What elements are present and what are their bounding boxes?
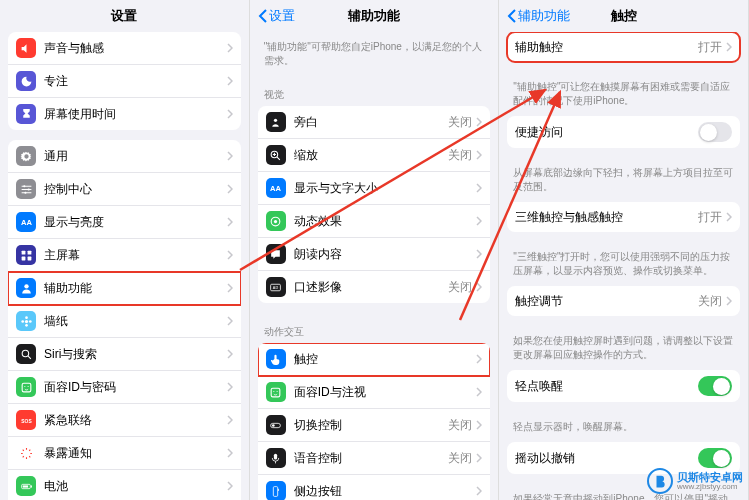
svg-rect-36 (274, 486, 278, 496)
sliders-icon (16, 179, 36, 199)
svg-rect-15 (22, 383, 31, 392)
chevron-right-icon (476, 416, 482, 434)
svg-rect-5 (27, 250, 31, 254)
list-item[interactable]: 声音与触感 (8, 32, 241, 65)
chevron-right-icon (227, 444, 233, 462)
row-label: Siri与搜索 (44, 346, 227, 363)
svg-point-31 (274, 390, 275, 391)
page-title: 触控 (611, 7, 637, 25)
gear-icon (16, 146, 36, 166)
chevron-right-icon (726, 38, 732, 56)
row-label: 暴露通知 (44, 445, 227, 462)
svg-point-16 (24, 385, 25, 386)
faceid-icon (16, 377, 36, 397)
chevron-right-icon (227, 39, 233, 57)
row-label: 紧急联络 (44, 412, 227, 429)
row-label: 电池 (44, 478, 227, 495)
header: 设置 辅助功能 (250, 0, 499, 32)
row-value: 关闭 (698, 293, 722, 310)
mic-icon (266, 448, 286, 468)
svg-line-41 (460, 92, 560, 320)
page-title: 辅助功能 (348, 7, 400, 25)
list-item[interactable]: 切换控制关闭 (258, 409, 491, 442)
page-title: 设置 (111, 7, 137, 25)
svg-rect-21 (22, 485, 27, 487)
person-icon (16, 278, 36, 298)
svg-point-10 (25, 316, 28, 319)
svg-point-19 (23, 450, 28, 455)
row-label: 声音与触感 (44, 40, 227, 57)
header: 设置 (0, 0, 249, 32)
search-icon (16, 344, 36, 364)
chevron-right-icon (726, 292, 732, 310)
svg-point-14 (22, 350, 29, 357)
svg-rect-35 (274, 453, 277, 459)
row-value: 打开 (698, 39, 722, 56)
list-item[interactable]: 辅助触控打开 (507, 32, 740, 62)
svg-text:AA: AA (21, 218, 32, 227)
svg-rect-4 (21, 250, 25, 254)
chevron-right-icon (227, 477, 233, 495)
intro-text: "辅助功能"可帮助您自定iPhone，以满足您的个人需求。 (258, 32, 491, 76)
svg-point-1 (27, 188, 29, 190)
svg-rect-37 (278, 488, 279, 490)
back-button[interactable]: 设置 (258, 7, 295, 25)
watermark: 贝斯特安卓网www.zjbstyy.com (647, 468, 743, 494)
row-label: 切换控制 (294, 417, 449, 434)
list-item[interactable]: 电池 (8, 470, 241, 500)
row-label: 摇动以撤销 (515, 450, 698, 467)
list-item[interactable]: 暴露通知 (8, 437, 241, 470)
list-item[interactable]: 面容ID与密码 (8, 371, 241, 404)
svg-point-2 (24, 191, 26, 193)
toggle-switch[interactable] (698, 448, 732, 468)
chevron-right-icon (476, 482, 482, 500)
row-label: 辅助触控 (515, 39, 698, 56)
annotation-arrow-2 (300, 80, 600, 330)
list-item[interactable]: 侧边按钮 (258, 475, 491, 500)
hourglass-icon (16, 104, 36, 124)
grid-icon (16, 245, 36, 265)
row-value: 关闭 (448, 450, 472, 467)
svg-point-11 (25, 323, 28, 326)
side-icon (266, 481, 286, 500)
svg-point-9 (24, 319, 27, 322)
list-item[interactable]: Siri与搜索 (8, 338, 241, 371)
list-item[interactable]: 触控 (258, 343, 491, 376)
chevron-right-icon (227, 345, 233, 363)
list-item[interactable]: SOS紧急联络 (8, 404, 241, 437)
svg-rect-30 (271, 388, 280, 397)
chevron-right-icon (227, 411, 233, 429)
list-item[interactable]: 面容ID与注视 (258, 376, 491, 409)
list-item[interactable]: 轻点唤醒 (507, 370, 740, 402)
switch-icon (266, 415, 286, 435)
aa-icon: AA (16, 212, 36, 232)
svg-point-12 (21, 320, 24, 323)
row-label: 触控 (294, 351, 477, 368)
svg-rect-7 (27, 256, 31, 260)
speaker-icon (16, 38, 36, 58)
toggle-switch[interactable] (698, 376, 732, 396)
row-label: 面容ID与注视 (294, 384, 477, 401)
row-value: 关闭 (448, 417, 472, 434)
svg-rect-22 (30, 485, 31, 487)
row-label: 侧边按钮 (294, 483, 477, 500)
watermark-logo-icon (647, 468, 673, 494)
toggle-switch[interactable] (698, 122, 732, 142)
svg-rect-6 (21, 256, 25, 260)
sos-icon: SOS (16, 410, 36, 430)
svg-point-8 (24, 284, 28, 288)
svg-point-34 (272, 424, 275, 427)
description-text: 如果您在使用触控屏时遇到问题，请调整以下设置更改屏幕回应触控操作的方式。 (507, 326, 740, 370)
faceid-icon (266, 382, 286, 402)
svg-point-13 (28, 320, 31, 323)
battery-icon (16, 476, 36, 496)
header: 辅助功能 触控 (499, 0, 748, 32)
chevron-right-icon (476, 383, 482, 401)
row-value: 打开 (698, 209, 722, 226)
list-item[interactable]: 语音控制关闭 (258, 442, 491, 475)
row-label: 轻点唤醒 (515, 378, 698, 395)
chevron-right-icon (476, 350, 482, 368)
row-label: 语音控制 (294, 450, 449, 467)
touch-icon (266, 349, 286, 369)
back-button[interactable]: 辅助功能 (507, 7, 570, 25)
